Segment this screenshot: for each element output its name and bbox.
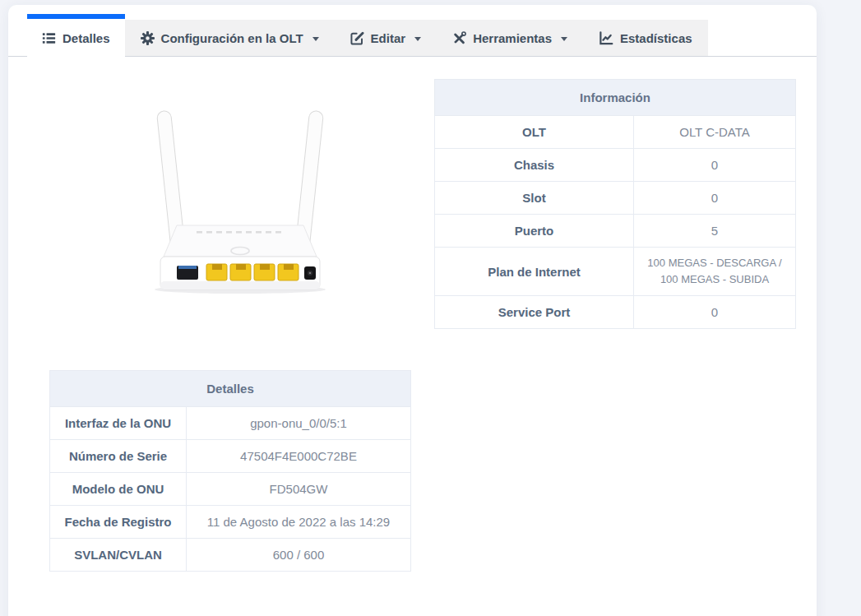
table-row: SVLAN/CVLAN 600 / 600 [50,539,411,572]
row-value: FD504GW [187,473,411,506]
details-table-title: Detalles [50,371,411,407]
row-value: 0 [634,149,796,182]
tab-bar: Detalles Configuración en la OLT [8,5,817,57]
info-table-title: Información [435,80,796,116]
table-row: Slot 0 [435,182,796,215]
row-label: Puerto [435,215,634,248]
row-value: 5 [634,215,796,248]
row-value: 600 / 600 [187,539,411,572]
row-label: Modelo de ONU [50,473,187,506]
onu-router-illustration [137,104,343,294]
tab-label: Detalles [62,31,110,45]
row-value: OLT C-DATA [634,116,796,149]
row-label: Plan de Internet [435,248,634,296]
table-row: Modelo de ONU FD504GW [50,473,411,506]
row-label: Service Port [435,296,634,329]
table-row: OLT OLT C-DATA [435,116,796,149]
tab-label: Editar [371,31,406,45]
row-label: Chasis [435,149,634,182]
onu-detail-card: Detalles Configuración en la OLT [8,5,817,616]
row-label: OLT [435,116,634,149]
row-label: Fecha de Registro [50,506,187,539]
tab-label: Estadísticas [620,31,692,45]
tab-content: Información OLT OLT C-DATA Chasis 0 Slot… [8,57,817,572]
edit-icon [350,31,364,45]
row-label: Interfaz de la ONU [50,407,187,440]
details-table: Detalles Interfaz de la ONU gpon-onu_0/0… [49,370,411,572]
onu-device-photo [29,79,434,294]
table-row: Chasis 0 [435,149,796,182]
chevron-down-icon [561,37,567,41]
list-icon [42,31,56,45]
table-row: Service Port 0 [435,296,796,329]
tab-configuracion-olt[interactable]: Configuración en la OLT [125,20,335,56]
tools-icon [452,31,466,45]
chevron-down-icon [414,37,421,41]
tab-herramientas[interactable]: Herramientas [437,20,583,56]
tab-label: Herramientas [473,31,552,45]
table-row: Plan de Internet 100 MEGAS - DESCARGA / … [435,248,796,296]
chevron-down-icon [312,37,319,41]
table-row: Puerto 5 [435,215,796,248]
info-table: Información OLT OLT C-DATA Chasis 0 Slot… [434,79,796,329]
row-label: Número de Serie [50,440,187,473]
row-label: Slot [435,182,634,215]
tab-detalles[interactable]: Detalles [27,14,125,57]
row-value: 0 [634,296,796,329]
table-row: Número de Serie 47504F4E000C72BE [50,440,411,473]
row-label: SVLAN/CVLAN [50,539,187,572]
tab-estadisticas[interactable]: Estadísticas [583,20,708,56]
row-value: 11 de Agosto de 2022 a las 14:29 [187,506,411,539]
tab-editar[interactable]: Editar [335,20,437,56]
table-row: Interfaz de la ONU gpon-onu_0/0/5:1 [50,407,411,440]
row-value: 100 MEGAS - DESCARGA / 100 MEGAS - SUBID… [634,248,796,296]
chart-icon [599,31,613,45]
gear-icon [141,31,155,45]
row-value: 0 [634,182,796,215]
row-value: gpon-onu_0/0/5:1 [187,407,411,440]
tab-label: Configuración en la OLT [161,31,303,45]
row-value: 47504F4E000C72BE [187,440,411,473]
table-row: Fecha de Registro 11 de Agosto de 2022 a… [50,506,411,539]
